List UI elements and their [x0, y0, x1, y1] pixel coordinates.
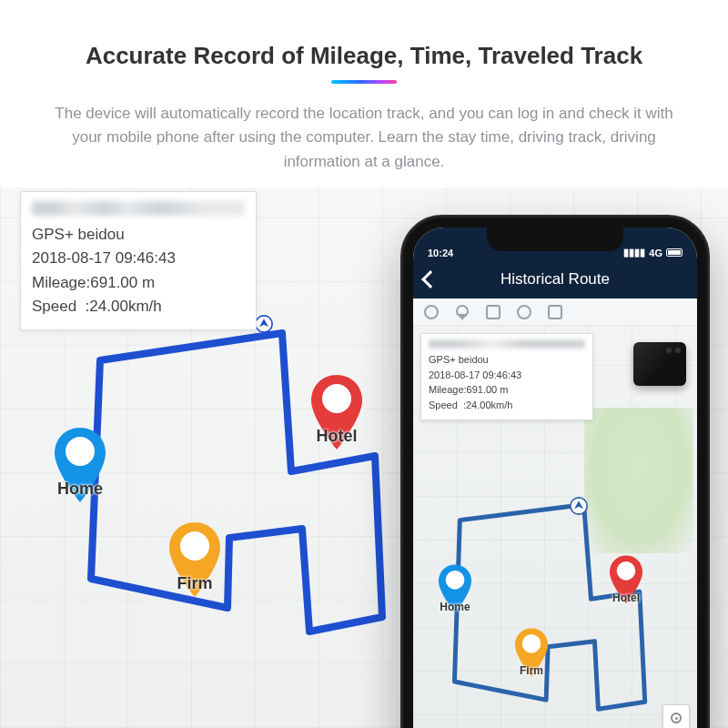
timestamp: 2018-08-17 09:46:43 [32, 247, 245, 270]
phone-notch [487, 228, 623, 251]
page-description: The device will automatically record the… [44, 102, 684, 174]
signal-icon: ▮▮▮▮ [623, 247, 645, 258]
mileage-label: Mileage [32, 274, 86, 291]
phone-mileage-value: 691.00 m [467, 384, 509, 395]
battery-icon [666, 248, 682, 257]
redacted-line [32, 201, 245, 216]
phone-speed-label: Speed [429, 399, 458, 410]
network-label: 4G [649, 248, 662, 258]
title-underline [331, 80, 397, 84]
toolbar-option-icon[interactable] [548, 305, 562, 319]
phone-mockup: 10:24 ▮▮▮▮ 4G Historical Route [400, 215, 710, 728]
phone-map[interactable]: GPS+ beidou 2018-08-17 09:46:43 Mileage:… [413, 326, 697, 728]
mileage-row: Mileage:691.00 m [32, 271, 245, 295]
phone-direction-arrow-icon [570, 497, 588, 515]
app-navbar: Historical Route [413, 260, 697, 298]
toolbar-layers-icon[interactable] [486, 305, 500, 319]
speed-row: Speed :24.00km/h [32, 295, 245, 318]
speed-value: 24.00km/h [89, 298, 161, 315]
navbar-title: Historical Route [413, 270, 697, 288]
locate-button[interactable] [662, 704, 690, 728]
toolbar-pin-icon[interactable] [455, 305, 470, 319]
phone-gps-mode: GPS+ beidou [429, 352, 585, 368]
phone-route-info-card: GPS+ beidou 2018-08-17 09:46:43 Mileage:… [420, 333, 593, 420]
toolbar-clock-icon[interactable] [424, 305, 439, 319]
route-info-card: GPS+ beidou 2018-08-17 09:46:43 Mileage:… [20, 191, 257, 330]
phone-redacted-line [429, 339, 585, 349]
phone-speed-row: Speed :24.00km/h [429, 398, 585, 413]
page-title: Accurate Record of Mileage, Time, Travel… [0, 42, 728, 70]
status-time: 10:24 [428, 248, 453, 258]
speed-label: Speed [32, 298, 76, 315]
map-toolbar [413, 298, 697, 326]
toolbar-speed-icon[interactable] [517, 305, 531, 319]
phone-speed-value: 24.00km/h [466, 399, 512, 410]
tracker-device-image [633, 342, 686, 386]
gps-mode: GPS+ beidou [32, 223, 245, 247]
phone-timestamp: 2018-08-17 09:46:43 [429, 368, 585, 383]
mileage-value: 691.00 m [90, 274, 155, 291]
phone-mileage-label: Mileage [429, 384, 464, 395]
phone-mileage-row: Mileage:691.00 m [429, 382, 585, 398]
direction-arrow-icon [255, 315, 273, 333]
